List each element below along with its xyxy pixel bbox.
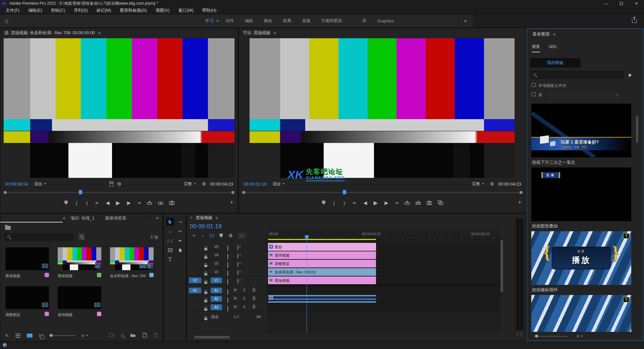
workspace-overflow-icon[interactable]: »	[464, 18, 467, 23]
track-lock-icon[interactable]	[204, 308, 207, 311]
track-lock-icon[interactable]	[204, 265, 207, 267]
workspace-tab-audio[interactable]: 音频	[297, 18, 316, 24]
menu-help[interactable]: 帮助(H)	[198, 8, 221, 13]
track-label[interactable]: V4	[211, 252, 222, 258]
track-output-icon[interactable]	[227, 279, 228, 285]
zoom-handle-left[interactable]	[4, 191, 7, 194]
project-item-name[interactable]: 黑场视频	[58, 273, 95, 279]
mute-button[interactable]: M	[234, 288, 236, 292]
track-label[interactable]: A2	[211, 296, 222, 302]
mark-out-icon[interactable]: }	[342, 200, 347, 205]
scrollbar-thumb[interactable]	[194, 336, 230, 339]
tab-edit[interactable]: 编辑	[548, 44, 557, 52]
drag-audio-only-icon[interactable]	[117, 182, 121, 187]
track-visibility-icon[interactable]	[237, 279, 238, 284]
project-search-box[interactable]	[4, 233, 73, 241]
clip-black-video[interactable]: fx 黑场视频	[268, 277, 376, 284]
track-lock-icon[interactable]	[204, 300, 207, 302]
new-item-icon[interactable]	[142, 333, 147, 339]
sync-status-globe-icon[interactable]	[3, 343, 7, 347]
mute-button[interactable]: M	[234, 297, 236, 300]
workspace-tab-editing[interactable]: 编辑	[239, 18, 259, 24]
project-item-name[interactable]: 色条和色调 - Rec 709	[110, 273, 148, 279]
voiceover-mic-icon[interactable]	[252, 304, 256, 311]
label-color-dot[interactable]	[97, 273, 101, 277]
add-marker-icon[interactable]	[321, 201, 326, 205]
clip-transparent-video[interactable]: fx 透明视频	[268, 251, 376, 259]
track-lock-icon[interactable]	[204, 292, 207, 294]
timeline-ruler[interactable]: :00:00 00:00:04:23 00:00:09:23	[267, 231, 500, 240]
overwrite-icon[interactable]	[158, 201, 163, 205]
project-search-input[interactable]	[13, 234, 71, 240]
template-item-thumbnail[interactable]: 玩家 1 是否准备好? 各就各位，准备，开始!	[531, 104, 631, 157]
scrollbar-thumb[interactable]	[636, 116, 638, 143]
solo-button[interactable]: S	[243, 288, 246, 292]
source-playhead[interactable]	[79, 190, 82, 194]
workspace-tab-captions-graphics[interactable]: 字幕和图形	[316, 18, 348, 24]
nest-source-icon[interactable]: ✳	[192, 233, 196, 238]
source-zoom-select[interactable]: 适合	[32, 181, 48, 188]
search-bin-icon[interactable]	[78, 234, 85, 240]
timeline-vertical-scrollbar[interactable]	[500, 240, 503, 332]
pen-tool[interactable]: ✒	[176, 237, 184, 245]
tab-browse[interactable]: 浏览	[532, 44, 540, 52]
settings-wrench-icon[interactable]: ⚙	[490, 181, 494, 187]
program-zoom-select[interactable]: 适合	[271, 181, 287, 188]
solo-left-button[interactable]: S	[517, 332, 519, 336]
work-area-bar[interactable]	[268, 239, 376, 240]
track-label[interactable]: A1	[211, 288, 222, 293]
share-export-icon[interactable]	[632, 19, 637, 23]
tab-overflow-icon[interactable]: »	[156, 215, 159, 220]
step-forward-icon[interactable]: |▶	[126, 200, 131, 205]
panel-menu-icon[interactable]: ≡	[215, 215, 218, 220]
template-item-thumbnail[interactable]: 直播	[531, 167, 631, 221]
add-marker-icon[interactable]	[64, 201, 68, 205]
type-tool[interactable]: T	[166, 255, 174, 263]
project-item-name[interactable]: 调整图层	[5, 312, 43, 317]
go-to-out-icon[interactable]: ⇥	[137, 200, 141, 205]
step-forward-icon[interactable]: |▶	[384, 200, 388, 205]
source-timecode[interactable]: 00:59:58:04	[5, 182, 28, 187]
track-lock-icon[interactable]	[204, 318, 207, 320]
template-name[interactable]: 游戏图形叠加	[532, 223, 558, 229]
close-button[interactable]: ✕	[629, 0, 644, 7]
track-label[interactable]: V2	[211, 269, 222, 275]
voiceover-mic-icon[interactable]	[252, 296, 256, 302]
libraries-dropdown[interactable]	[549, 92, 620, 98]
track-label[interactable]: V1	[211, 278, 222, 283]
clip-adjustment-layer[interactable]: fx 调整图层	[268, 260, 376, 267]
panel-menu-icon[interactable]: ≡	[98, 31, 101, 36]
keyframe-toggle-icon[interactable]: ⋈	[257, 314, 261, 319]
source-patch-video[interactable]: V1	[189, 278, 201, 283]
track-output-icon[interactable]	[227, 262, 228, 268]
scrubber-track[interactable]	[245, 192, 520, 193]
solo-button[interactable]: S	[243, 297, 246, 300]
program-timecode[interactable]: 00:00:01:19	[244, 182, 267, 187]
track-visibility-icon[interactable]	[237, 245, 238, 250]
extract-icon[interactable]	[416, 201, 421, 205]
delete-icon[interactable]	[153, 333, 158, 339]
play-icon[interactable]: ▶	[116, 200, 120, 206]
label-color-dot[interactable]	[97, 312, 101, 316]
track-label[interactable]: V5	[211, 244, 222, 250]
project-active-tab[interactable]	[0, 214, 63, 222]
captions-icon[interactable]: CC	[238, 234, 245, 238]
project-item-thumbnail[interactable]	[58, 247, 101, 270]
ripple-edit-tool[interactable]: ↔	[166, 227, 174, 235]
templates-scrollbar[interactable]	[636, 104, 638, 329]
go-to-out-icon[interactable]: ⇥	[394, 200, 399, 205]
track-label[interactable]: V3	[211, 261, 222, 266]
project-item-thumbnail[interactable]	[58, 286, 101, 309]
source-video-viewport[interactable]	[4, 38, 234, 178]
workspace-tab-libraries[interactable]: 库	[357, 18, 372, 24]
zoom-handle-right[interactable]	[520, 191, 523, 194]
track-lock-icon[interactable]	[204, 282, 207, 284]
timeline-settings-wrench-icon[interactable]: ⚙	[228, 233, 233, 238]
track-lock-icon[interactable]	[204, 273, 207, 276]
program-video-viewport[interactable]	[250, 38, 515, 178]
close-icon[interactable]: ×	[190, 215, 193, 220]
insert-icon[interactable]	[147, 201, 152, 205]
tab-media-browser[interactable]: 媒体浏览器	[100, 215, 131, 221]
sort-icons-button[interactable]: ≡	[82, 333, 88, 338]
clip-bars-and-tone[interactable]: fx 色条和色调 - Rec 709 [V]	[268, 268, 376, 276]
